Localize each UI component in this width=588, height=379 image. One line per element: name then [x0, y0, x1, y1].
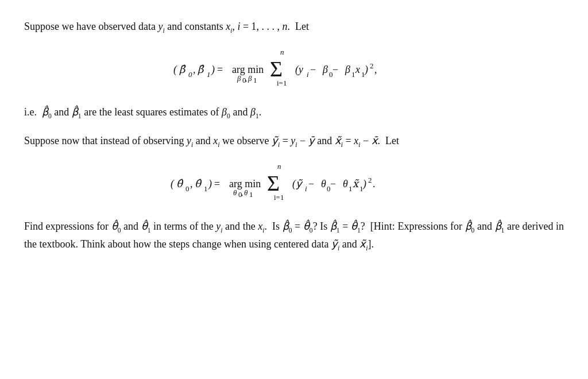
svg-text:θ: θ — [343, 178, 348, 190]
svg-text:n: n — [280, 48, 284, 56]
svg-text:(y: (y — [295, 64, 303, 76]
svg-text:2: 2 — [370, 61, 374, 70]
paragraph-3: Suppose now that instead of observing yi… — [24, 133, 564, 150]
svg-text:1: 1 — [207, 70, 211, 79]
svg-text:): ) — [211, 64, 215, 76]
svg-text:x̃: x̃ — [353, 178, 359, 190]
svg-text:1: 1 — [253, 76, 257, 84]
equation-2: text { font-family: 'Times New Roman', s… — [24, 161, 564, 207]
svg-text:1: 1 — [349, 184, 353, 193]
svg-text:,: , — [374, 64, 377, 75]
svg-text:,: , — [190, 178, 193, 190]
svg-text:(ỹ: (ỹ — [292, 178, 303, 190]
svg-text:(: ( — [171, 178, 175, 190]
svg-text:i: i — [305, 184, 307, 193]
svg-text:β: β — [247, 74, 252, 83]
svg-text:−: − — [330, 178, 336, 190]
svg-text:): ) — [362, 178, 366, 190]
svg-text:β̂: β̂ — [179, 64, 186, 75]
svg-text:i=1: i=1 — [277, 79, 287, 87]
svg-text:θ: θ — [244, 188, 248, 197]
svg-text:θ̂: θ̂ — [195, 178, 202, 190]
svg-text:2: 2 — [368, 176, 372, 184]
svg-text:x: x — [355, 64, 360, 75]
svg-text:i=1: i=1 — [274, 193, 284, 202]
svg-text:−: − — [310, 64, 316, 75]
var-xi: xi — [226, 21, 232, 32]
svg-text:,: , — [193, 64, 196, 75]
svg-text:): ) — [208, 178, 212, 190]
svg-text:θ̂: θ̂ — [176, 178, 184, 190]
page-content: Suppose we have observed data yi and con… — [24, 18, 564, 254]
svg-text:β̂: β̂ — [198, 64, 204, 75]
svg-text:β: β — [237, 74, 241, 83]
svg-text:(: ( — [173, 64, 177, 76]
svg-text:1: 1 — [204, 184, 208, 193]
svg-text:,: , — [245, 74, 247, 83]
svg-text:−: − — [308, 178, 314, 190]
equation-1: text { font-family: 'Times New Roman', s… — [24, 47, 564, 92]
paragraph-1: Suppose we have observed data yi and con… — [24, 18, 564, 36]
svg-text:β: β — [345, 64, 350, 75]
svg-text:β: β — [322, 64, 328, 75]
paragraph-4: Find expressions for θ̂0 and θ̂1 in term… — [24, 218, 564, 254]
svg-text:,: , — [241, 188, 243, 197]
paragraph-2: i.e. β̂0 and β̂1 are the least squares e… — [24, 104, 564, 122]
svg-text:arg min: arg min — [229, 178, 261, 190]
svg-text:1: 1 — [249, 190, 253, 199]
svg-text:Σ: Σ — [267, 171, 280, 195]
svg-text:Σ: Σ — [270, 57, 283, 81]
svg-text:θ: θ — [321, 178, 326, 190]
svg-text:0: 0 — [188, 70, 192, 79]
svg-text:=: = — [214, 178, 220, 190]
svg-text:): ) — [364, 64, 368, 76]
svg-text:−: − — [332, 64, 338, 75]
svg-text:θ: θ — [233, 188, 237, 197]
svg-text:1: 1 — [351, 70, 355, 79]
svg-text:=: = — [217, 64, 223, 75]
svg-text:n: n — [277, 162, 281, 171]
var-yi: yi — [158, 21, 164, 32]
svg-text:i: i — [307, 70, 309, 79]
svg-text:.: . — [373, 178, 376, 190]
svg-text:arg min: arg min — [232, 64, 264, 75]
svg-text:0: 0 — [185, 184, 189, 193]
